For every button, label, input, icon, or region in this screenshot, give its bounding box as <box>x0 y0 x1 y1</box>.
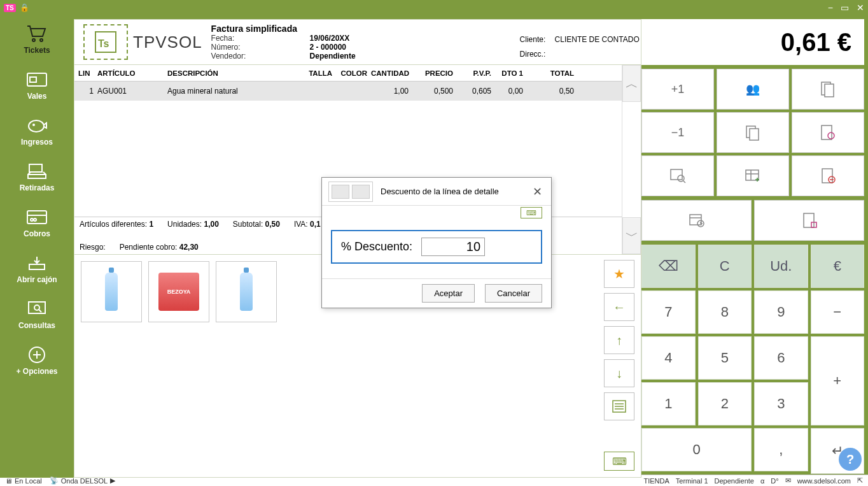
svg-rect-3 <box>30 77 36 82</box>
key-4[interactable]: 4 <box>641 336 696 380</box>
cell-desc: Agua mineral natural <box>167 87 301 96</box>
col-pvp: P.V.P. <box>457 69 495 77</box>
external-icon[interactable]: ⇱ <box>857 476 863 485</box>
key-0[interactable]: 0 <box>641 428 752 471</box>
key-2[interactable]: 2 <box>698 382 752 425</box>
plus-one-button[interactable]: +1 <box>641 69 714 110</box>
accept-button[interactable]: Aceptar <box>422 284 475 303</box>
svg-point-4 <box>29 120 44 132</box>
sidebar-item-retiradas[interactable]: Retiradas <box>0 162 74 192</box>
sidebar-item-label: Vales <box>27 92 47 101</box>
col-total: TOTAL <box>527 69 578 77</box>
status-url[interactable]: www.sdelsol.com <box>797 477 851 485</box>
keyboard-icon[interactable]: ⌨ <box>521 207 542 218</box>
col-precio: PRECIO <box>412 69 457 77</box>
cell-articulo: AGU001 <box>97 87 167 96</box>
total-display: 0,61 € <box>641 19 864 65</box>
sidebar-item-tickets[interactable]: Tickets <box>0 24 74 55</box>
cancel-button[interactable]: Cancelar <box>485 284 542 303</box>
table-row[interactable]: 1 AGU001 Agua mineral natural 1,00 0,500… <box>74 82 641 101</box>
copy-button[interactable] <box>717 112 789 153</box>
artdif-value: 1 <box>149 220 153 229</box>
backspace-button[interactable]: ⌫ <box>641 245 696 288</box>
key-3[interactable]: 3 <box>754 382 808 425</box>
table-add-button[interactable] <box>717 155 789 196</box>
currency-button[interactable]: € <box>811 245 865 288</box>
key-5[interactable]: 5 <box>698 336 752 380</box>
key-7[interactable]: 7 <box>641 290 696 334</box>
minus-one-button[interactable]: −1 <box>641 112 714 153</box>
key-1[interactable]: 1 <box>641 382 696 425</box>
discount-input[interactable] <box>421 238 485 256</box>
cell-cantidad: 1,00 <box>371 87 412 96</box>
key-6[interactable]: 6 <box>754 336 808 380</box>
fecha-value: 19/06/20XX <box>310 34 520 43</box>
close-button[interactable]: ✕ <box>857 3 864 13</box>
key-minus[interactable]: − <box>811 290 865 334</box>
product-item[interactable] <box>216 261 277 322</box>
favorite-button[interactable]: ★ <box>604 260 634 288</box>
sidebar-item-ingresos[interactable]: Ingresos <box>0 116 74 147</box>
key-comma[interactable]: , <box>754 428 808 471</box>
sidebar-item-vales[interactable]: Vales <box>0 70 74 101</box>
sidebar-item-abrir-cajon[interactable]: Abrir cajón <box>0 254 74 284</box>
key-plus[interactable]: + <box>811 336 865 425</box>
unidades-label: Unidades: <box>167 220 202 229</box>
status-onda[interactable]: Onda DELSOL <box>61 477 108 485</box>
unidades-value: 1,00 <box>204 220 218 229</box>
numero-value: 2 - 000000 <box>310 43 520 52</box>
minimize-button[interactable]: − <box>828 3 833 13</box>
product-item[interactable] <box>81 261 142 322</box>
status-local: En Local <box>15 477 42 485</box>
svg-rect-39 <box>822 169 832 183</box>
svg-point-34 <box>678 175 684 182</box>
sidebar-item-cobros[interactable]: Cobros <box>0 208 74 238</box>
receipt-detail-button[interactable] <box>754 200 864 241</box>
list-button[interactable] <box>604 392 634 420</box>
unit-button[interactable]: Ud. <box>754 245 808 288</box>
svg-rect-13 <box>29 302 45 313</box>
alpha-icon[interactable]: α <box>760 477 764 485</box>
product-item[interactable]: BEZOYA <box>148 261 209 322</box>
svg-line-35 <box>683 181 685 183</box>
riesgo-label: Riesgo: <box>80 243 106 252</box>
svg-point-32 <box>828 132 834 139</box>
lock-icon: 🔒 <box>20 3 29 12</box>
vendedor-label: Vendedor: <box>211 52 246 61</box>
scroll-up-button[interactable]: ︿ <box>622 65 641 102</box>
modal-close-button[interactable]: ✕ <box>530 185 545 199</box>
list-view-icon[interactable] <box>352 185 370 199</box>
sidebar-item-opciones[interactable]: + Opciones <box>0 345 74 376</box>
schedule-button[interactable] <box>641 200 752 241</box>
arrow-down-button[interactable]: ↓ <box>604 359 634 387</box>
scroll-down-button[interactable]: ﹀ <box>622 217 641 254</box>
cell-precio: 0,500 <box>412 87 457 96</box>
receipt-cancel-button[interactable] <box>792 155 864 196</box>
svg-rect-6 <box>29 164 42 172</box>
d-icon[interactable]: D° <box>771 477 778 485</box>
invoice-header: Ts TPVSOL Factura simplificada Fecha: 19… <box>74 19 641 65</box>
mail-icon[interactable]: ✉ <box>785 476 791 485</box>
keyboard-button[interactable]: ⌨ <box>604 452 634 471</box>
cart-icon <box>25 24 48 43</box>
image-view-icon[interactable] <box>332 185 349 199</box>
receipts-button[interactable] <box>792 69 864 110</box>
svg-rect-42 <box>690 215 701 225</box>
iva-label: IVA: <box>294 220 308 229</box>
svg-rect-45 <box>804 213 814 227</box>
sidebar-item-consultas[interactable]: Consultas <box>0 299 74 330</box>
cell-lin: 1 <box>78 87 97 96</box>
clear-button[interactable]: C <box>698 245 752 288</box>
help-button[interactable]: ? <box>839 448 862 471</box>
zoom-button[interactable] <box>641 155 714 196</box>
maximize-button[interactable]: ▭ <box>841 3 849 13</box>
sidebar-item-label: Retiradas <box>20 183 55 192</box>
key-8[interactable]: 8 <box>698 290 752 334</box>
numero-label: Número: <box>211 43 241 52</box>
arrow-up-button[interactable]: ↑ <box>604 326 634 354</box>
receipt-customer-button[interactable] <box>792 112 864 153</box>
key-9[interactable]: 9 <box>754 290 808 334</box>
arrow-left-button[interactable]: ← <box>604 293 634 321</box>
drawer-icon <box>25 254 48 273</box>
customers-button[interactable]: 👥 <box>717 69 789 110</box>
